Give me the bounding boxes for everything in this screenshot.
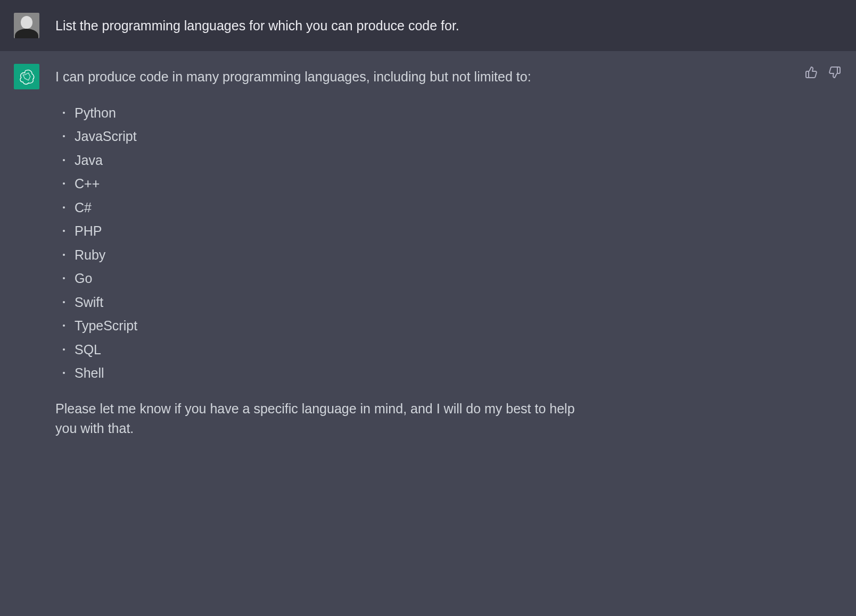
- user-message-content: List the programming languages for which…: [55, 13, 842, 38]
- list-item: C#: [55, 199, 778, 217]
- list-item: JavaScript: [55, 128, 778, 145]
- list-item: Shell: [55, 364, 778, 382]
- user-message-row: List the programming languages for which…: [0, 0, 856, 51]
- assistant-avatar: [14, 64, 39, 89]
- list-item: Swift: [55, 294, 778, 311]
- assistant-outro: Please let me know if you have a specifi…: [55, 399, 598, 439]
- list-item: PHP: [55, 222, 778, 240]
- list-item: Go: [55, 270, 778, 287]
- thumbs-down-icon: [828, 66, 841, 79]
- thumbs-up-button[interactable]: [804, 65, 819, 80]
- list-item: Ruby: [55, 246, 778, 264]
- assistant-message-content: I can produce code in many programming l…: [55, 64, 842, 439]
- thumbs-up-icon: [805, 66, 818, 79]
- language-list: Python JavaScript Java C++ C# PHP Ruby G…: [55, 104, 778, 382]
- user-avatar: [14, 13, 39, 38]
- message-actions: [804, 65, 842, 80]
- thumbs-down-button[interactable]: [827, 65, 842, 80]
- list-item: C++: [55, 175, 778, 193]
- list-item: TypeScript: [55, 317, 778, 335]
- assistant-intro: I can produce code in many programming l…: [55, 67, 778, 87]
- list-item: SQL: [55, 341, 778, 359]
- assistant-message-row: I can produce code in many programming l…: [0, 51, 856, 452]
- openai-logo-icon: [18, 68, 36, 86]
- list-item: Python: [55, 104, 778, 122]
- list-item: Java: [55, 152, 778, 169]
- user-message-text: List the programming languages for which…: [55, 18, 459, 33]
